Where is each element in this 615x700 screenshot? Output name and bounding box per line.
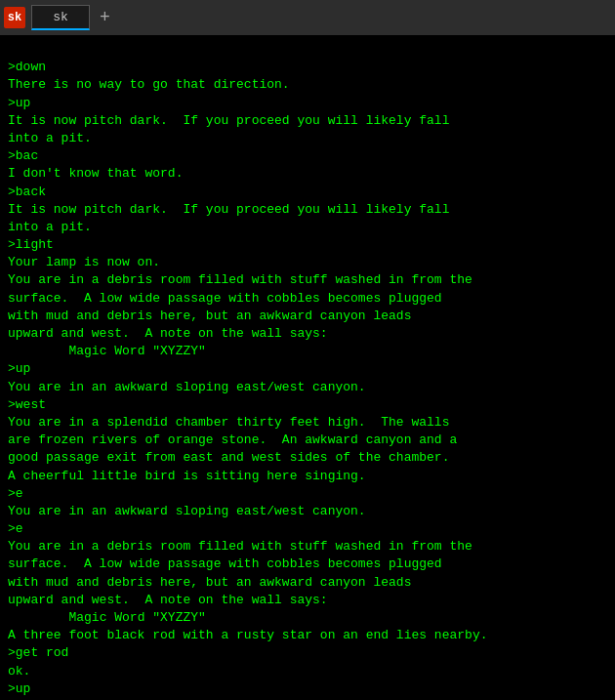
terminal-line: A cheerful little bird is sitting here s… [8, 468, 607, 485]
terminal-line: >get rod [8, 644, 607, 662]
terminal-line: >up [8, 360, 607, 378]
terminal[interactable]: >downThere is no way to go that directio… [0, 35, 615, 700]
add-tab-button[interactable]: + [92, 9, 118, 26]
terminal-line: You are in a debris room filled with stu… [8, 271, 607, 289]
terminal-line: Magic Word "XYZZY" [8, 609, 607, 627]
terminal-line: Magic Word "XYZZY" [8, 343, 607, 360]
tab-bar: sk sk + [0, 0, 615, 35]
terminal-line: >up [8, 95, 607, 112]
terminal-line: You are in an awkward sloping east/west … [8, 503, 607, 520]
terminal-line: with mud and debris here, but an awkward… [8, 308, 607, 325]
terminal-line: surface. A low wide passage with cobbles… [8, 290, 607, 308]
terminal-line: Your lamp is now on. [8, 254, 607, 271]
terminal-line: good passage exit from east and west sid… [8, 449, 607, 467]
terminal-line: >e [8, 520, 607, 538]
terminal-line: You are in an awkward sloping east/west … [8, 379, 607, 396]
terminal-line: >back [8, 184, 607, 201]
terminal-line: into a pit. [8, 130, 607, 147]
terminal-line: surface. A low wide passage with cobbles… [8, 556, 607, 573]
terminal-line: >west [8, 396, 607, 414]
terminal-line: >bac [8, 147, 607, 165]
terminal-line: ok. [8, 663, 607, 680]
terminal-line: are frozen rivers of orange stone. An aw… [8, 432, 607, 449]
terminal-line: >e [8, 485, 607, 503]
terminal-icon: sk [4, 7, 25, 28]
terminal-line: You are in a splendid chamber thirty fee… [8, 414, 607, 432]
terminal-line: It is now pitch dark. If you proceed you… [8, 201, 607, 219]
terminal-line: It is now pitch dark. If you proceed you… [8, 112, 607, 130]
terminal-line: >light [8, 236, 607, 254]
terminal-line: There is no way to go that direction. [8, 76, 607, 94]
terminal-line: into a pit. [8, 219, 607, 236]
terminal-line: >down [8, 59, 607, 76]
terminal-line: upward and west. A note on the wall says… [8, 592, 607, 609]
terminal-line: You are in a debris room filled with stu… [8, 538, 607, 556]
tab-sk[interactable]: sk [31, 5, 90, 30]
terminal-line: I don't know that word. [8, 165, 607, 183]
terminal-line: with mud and debris here, but an awkward… [8, 574, 607, 592]
terminal-line: A three foot black rod with a rusty star… [8, 627, 607, 644]
terminal-line: >up [8, 680, 607, 698]
terminal-line: upward and west. A note on the wall says… [8, 325, 607, 343]
